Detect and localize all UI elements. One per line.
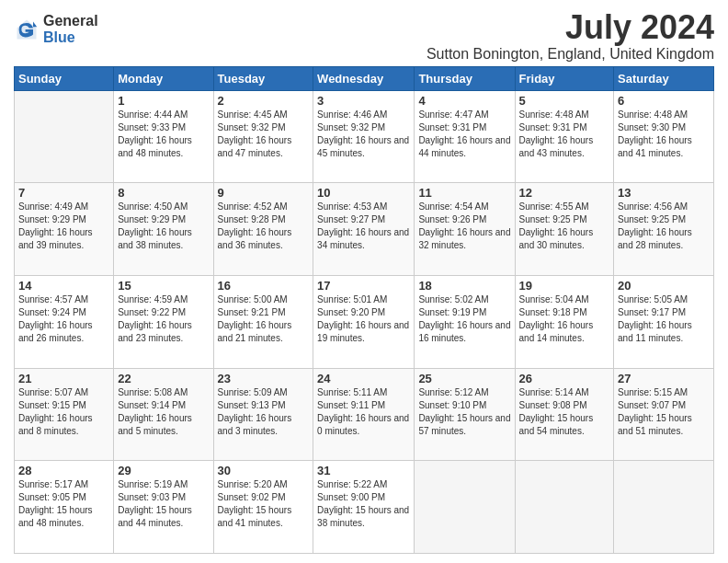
day-number: 2: [218, 94, 310, 108]
calendar-cell: 18Sunrise: 5:02 AM Sunset: 9:19 PM Dayli…: [415, 275, 515, 368]
header-sunday: Sunday: [15, 66, 114, 90]
day-info: Sunrise: 4:55 AM Sunset: 9:25 PM Dayligh…: [519, 201, 610, 252]
calendar-cell: 26Sunrise: 5:14 AM Sunset: 9:08 PM Dayli…: [515, 368, 614, 461]
day-info: Sunrise: 4:53 AM Sunset: 9:27 PM Dayligh…: [317, 201, 410, 252]
logo-text: General Blue: [43, 13, 98, 45]
calendar-cell: 8Sunrise: 4:50 AM Sunset: 9:29 PM Daylig…: [114, 183, 213, 276]
day-number: 22: [118, 372, 209, 385]
day-info: Sunrise: 4:45 AM Sunset: 9:32 PM Dayligh…: [218, 109, 310, 160]
day-info: Sunrise: 5:09 AM Sunset: 9:13 PM Dayligh…: [218, 386, 310, 438]
calendar-week-4: 28Sunrise: 5:17 AM Sunset: 9:05 PM Dayli…: [15, 461, 714, 554]
calendar-cell: [15, 90, 114, 183]
day-info: Sunrise: 4:46 AM Sunset: 9:32 PM Dayligh…: [317, 109, 410, 160]
header-thursday: Thursday: [415, 66, 515, 90]
calendar-cell: 27Sunrise: 5:15 AM Sunset: 9:07 PM Dayli…: [614, 368, 714, 461]
calendar-cell: 25Sunrise: 5:12 AM Sunset: 9:10 PM Dayli…: [415, 368, 515, 461]
day-number: 17: [317, 279, 410, 293]
calendar-week-1: 7Sunrise: 4:49 AM Sunset: 9:29 PM Daylig…: [15, 183, 714, 276]
day-number: 16: [218, 279, 310, 293]
day-number: 21: [18, 372, 109, 385]
calendar-cell: 10Sunrise: 4:53 AM Sunset: 9:27 PM Dayli…: [313, 183, 415, 276]
calendar-cell: [415, 461, 515, 554]
day-info: Sunrise: 5:00 AM Sunset: 9:21 PM Dayligh…: [218, 293, 310, 345]
logo-general: General: [43, 13, 98, 29]
header-tuesday: Tuesday: [213, 66, 313, 90]
header-friday: Friday: [515, 66, 614, 90]
calendar-cell: 9Sunrise: 4:52 AM Sunset: 9:28 PM Daylig…: [213, 183, 313, 276]
calendar-cell: [515, 461, 614, 554]
day-info: Sunrise: 5:02 AM Sunset: 9:19 PM Dayligh…: [418, 293, 510, 345]
calendar-week-2: 14Sunrise: 4:57 AM Sunset: 9:24 PM Dayli…: [15, 275, 714, 368]
day-number: 4: [418, 94, 510, 108]
logo-icon: [14, 17, 40, 42]
day-info: Sunrise: 5:22 AM Sunset: 9:00 PM Dayligh…: [317, 478, 410, 530]
day-info: Sunrise: 5:14 AM Sunset: 9:08 PM Dayligh…: [519, 386, 610, 438]
calendar-cell: 4Sunrise: 4:47 AM Sunset: 9:31 PM Daylig…: [415, 90, 515, 183]
header-wednesday: Wednesday: [313, 66, 415, 90]
title-section: July 2024 Sutton Bonington, England, Uni…: [427, 9, 714, 63]
day-number: 10: [317, 186, 410, 200]
day-info: Sunrise: 5:07 AM Sunset: 9:15 PM Dayligh…: [18, 386, 109, 438]
calendar-cell: 6Sunrise: 4:48 AM Sunset: 9:30 PM Daylig…: [614, 90, 714, 183]
calendar-week-3: 21Sunrise: 5:07 AM Sunset: 9:15 PM Dayli…: [15, 368, 714, 461]
header: General Blue July 2024 Sutton Bonington,…: [14, 9, 714, 63]
day-info: Sunrise: 5:12 AM Sunset: 9:10 PM Dayligh…: [418, 386, 510, 438]
calendar-cell: 15Sunrise: 4:59 AM Sunset: 9:22 PM Dayli…: [114, 275, 213, 368]
day-info: Sunrise: 4:48 AM Sunset: 9:31 PM Dayligh…: [519, 109, 610, 160]
page: General Blue July 2024 Sutton Bonington,…: [0, 0, 728, 563]
day-number: 23: [218, 372, 310, 385]
day-info: Sunrise: 4:56 AM Sunset: 9:25 PM Dayligh…: [618, 201, 710, 252]
calendar-cell: 13Sunrise: 4:56 AM Sunset: 9:25 PM Dayli…: [614, 183, 714, 276]
day-number: 30: [218, 464, 310, 477]
day-number: 26: [519, 372, 610, 385]
day-number: 1: [118, 94, 209, 108]
day-number: 3: [317, 94, 410, 108]
day-number: 29: [118, 464, 209, 477]
day-number: 9: [218, 186, 310, 200]
day-number: 24: [317, 372, 410, 385]
calendar-cell: 3Sunrise: 4:46 AM Sunset: 9:32 PM Daylig…: [313, 90, 415, 183]
day-number: 8: [118, 186, 209, 200]
calendar-cell: 11Sunrise: 4:54 AM Sunset: 9:26 PM Dayli…: [415, 183, 515, 276]
calendar-cell: 14Sunrise: 4:57 AM Sunset: 9:24 PM Dayli…: [15, 275, 114, 368]
day-info: Sunrise: 4:52 AM Sunset: 9:28 PM Dayligh…: [218, 201, 310, 252]
day-number: 27: [618, 372, 710, 385]
header-saturday: Saturday: [614, 66, 714, 90]
day-info: Sunrise: 4:47 AM Sunset: 9:31 PM Dayligh…: [418, 109, 510, 160]
calendar-cell: 1Sunrise: 4:44 AM Sunset: 9:33 PM Daylig…: [114, 90, 213, 183]
calendar-cell: 17Sunrise: 5:01 AM Sunset: 9:20 PM Dayli…: [313, 275, 415, 368]
day-info: Sunrise: 4:44 AM Sunset: 9:33 PM Dayligh…: [118, 109, 209, 160]
day-info: Sunrise: 5:05 AM Sunset: 9:17 PM Dayligh…: [618, 293, 710, 345]
calendar-week-0: 1Sunrise: 4:44 AM Sunset: 9:33 PM Daylig…: [15, 90, 714, 183]
day-number: 5: [519, 94, 610, 108]
calendar-cell: 20Sunrise: 5:05 AM Sunset: 9:17 PM Dayli…: [614, 275, 714, 368]
calendar-cell: 21Sunrise: 5:07 AM Sunset: 9:15 PM Dayli…: [15, 368, 114, 461]
day-info: Sunrise: 5:08 AM Sunset: 9:14 PM Dayligh…: [118, 386, 209, 438]
calendar-cell: 29Sunrise: 5:19 AM Sunset: 9:03 PM Dayli…: [114, 461, 213, 554]
day-info: Sunrise: 4:57 AM Sunset: 9:24 PM Dayligh…: [18, 293, 109, 345]
day-info: Sunrise: 4:59 AM Sunset: 9:22 PM Dayligh…: [118, 293, 209, 345]
calendar-header: Sunday Monday Tuesday Wednesday Thursday…: [15, 66, 714, 90]
calendar-cell: 23Sunrise: 5:09 AM Sunset: 9:13 PM Dayli…: [213, 368, 313, 461]
logo-blue: Blue: [43, 29, 98, 46]
day-number: 25: [418, 372, 510, 385]
day-info: Sunrise: 5:19 AM Sunset: 9:03 PM Dayligh…: [118, 478, 209, 530]
day-number: 12: [519, 186, 610, 200]
day-number: 19: [519, 279, 610, 293]
calendar-cell: 24Sunrise: 5:11 AM Sunset: 9:11 PM Dayli…: [313, 368, 415, 461]
calendar-cell: 7Sunrise: 4:49 AM Sunset: 9:29 PM Daylig…: [15, 183, 114, 276]
day-info: Sunrise: 4:50 AM Sunset: 9:29 PM Dayligh…: [118, 201, 209, 252]
day-info: Sunrise: 5:04 AM Sunset: 9:18 PM Dayligh…: [519, 293, 610, 345]
day-info: Sunrise: 5:20 AM Sunset: 9:02 PM Dayligh…: [218, 478, 310, 530]
calendar-table: Sunday Monday Tuesday Wednesday Thursday…: [14, 66, 714, 554]
day-info: Sunrise: 5:01 AM Sunset: 9:20 PM Dayligh…: [317, 293, 410, 345]
calendar-cell: 2Sunrise: 4:45 AM Sunset: 9:32 PM Daylig…: [213, 90, 313, 183]
calendar-cell: 28Sunrise: 5:17 AM Sunset: 9:05 PM Dayli…: [15, 461, 114, 554]
day-number: 6: [618, 94, 710, 108]
header-row: Sunday Monday Tuesday Wednesday Thursday…: [15, 66, 714, 90]
day-info: Sunrise: 5:15 AM Sunset: 9:07 PM Dayligh…: [618, 386, 710, 438]
calendar-cell: 31Sunrise: 5:22 AM Sunset: 9:00 PM Dayli…: [313, 461, 415, 554]
day-number: 7: [18, 186, 109, 200]
day-number: 13: [618, 186, 710, 200]
day-number: 31: [317, 464, 410, 477]
